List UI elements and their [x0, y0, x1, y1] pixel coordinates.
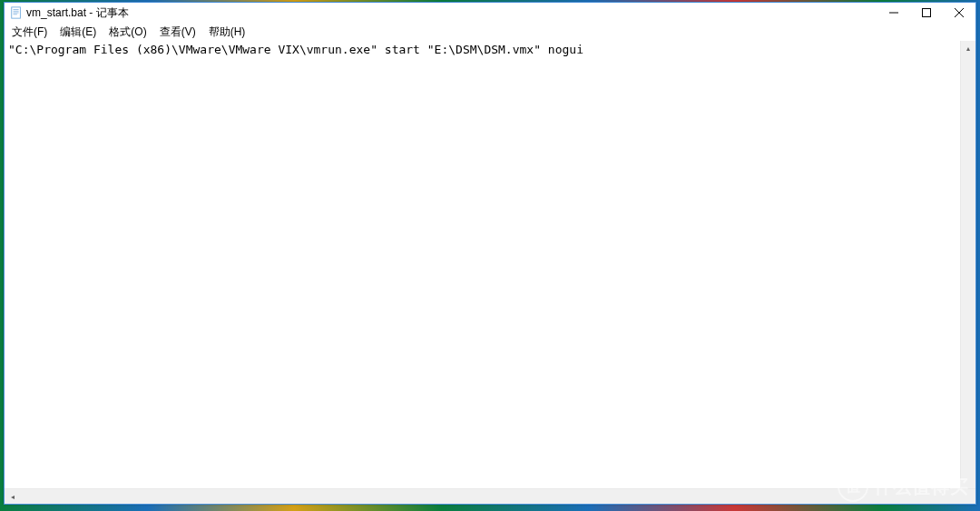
menu-view[interactable]: 查看(V): [158, 25, 198, 40]
horizontal-scrollbar[interactable]: ◂: [5, 488, 975, 504]
titlebar[interactable]: vm_start.bat - 记事本: [5, 3, 975, 23]
menu-help[interactable]: 帮助(H): [207, 25, 248, 40]
scrollbar-corner: [960, 489, 975, 504]
h-scroll-track[interactable]: [20, 489, 960, 504]
menu-edit[interactable]: 编辑(E): [58, 25, 98, 40]
menubar: 文件(F) 编辑(E) 格式(O) 查看(V) 帮助(H): [5, 23, 975, 41]
window-title: vm_start.bat - 记事本: [26, 5, 877, 21]
notepad-icon: [10, 6, 23, 19]
scroll-left-icon[interactable]: ◂: [5, 489, 20, 504]
window-controls: [877, 3, 975, 23]
minimize-button[interactable]: [877, 3, 910, 23]
maximize-button[interactable]: [910, 3, 943, 23]
notepad-window: vm_start.bat - 记事本 文件(F) 编辑(E) 格式(O) 查看(…: [4, 2, 976, 505]
close-button[interactable]: [943, 3, 975, 23]
editor-area: "C:\Program Files (x86)\VMware\VMware VI…: [5, 41, 975, 488]
scroll-up-icon[interactable]: ▴: [961, 41, 975, 56]
svg-rect-6: [923, 9, 931, 17]
text-editor[interactable]: "C:\Program Files (x86)\VMware\VMware VI…: [5, 41, 960, 488]
menu-file[interactable]: 文件(F): [10, 25, 49, 40]
vertical-scrollbar[interactable]: ▴: [960, 41, 975, 488]
menu-format[interactable]: 格式(O): [107, 25, 148, 40]
